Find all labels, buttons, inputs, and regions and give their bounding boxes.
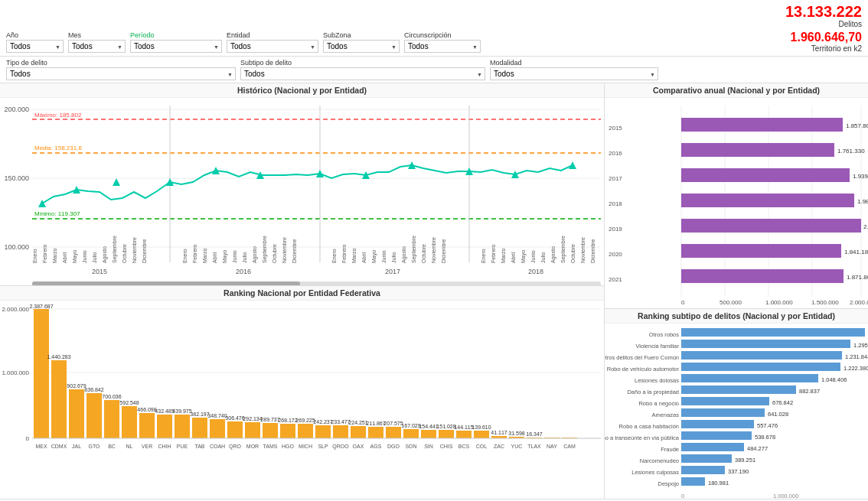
filter-subtipo-wrap[interactable]: Todos <box>240 67 485 80</box>
filter-entidad-wrap[interactable]: Todos <box>227 40 318 53</box>
svg-text:1.939.497: 1.939.497 <box>853 173 868 180</box>
filter-tipo-wrap[interactable]: Todos <box>6 67 236 80</box>
svg-text:Daño a la propiedad: Daño a la propiedad <box>627 389 679 395</box>
svg-text:VER: VER <box>142 444 152 449</box>
svg-text:Violencia familiar: Violencia familiar <box>635 343 679 350</box>
filter-modalidad-select[interactable]: Todos <box>490 67 658 80</box>
svg-text:2.000.000: 2.000.000 <box>2 306 29 313</box>
svg-text:Media: 158.231,6: Media: 158.231,6 <box>34 145 82 151</box>
svg-text:1.000.000: 1.000.000 <box>765 299 793 306</box>
svg-text:1.295.280: 1.295.280 <box>853 342 868 349</box>
svg-text:Septiembre: Septiembre <box>560 236 566 263</box>
filter-subzona-wrap[interactable]: Todos <box>323 40 400 53</box>
svg-text:2021: 2021 <box>609 276 622 283</box>
svg-text:Robo de vehículo automotor: Robo de vehículo automotor <box>607 366 680 372</box>
svg-text:Robo a transeúnte en vía públi: Robo a transeúnte en vía pública <box>605 434 680 441</box>
svg-text:NL: NL <box>126 444 133 449</box>
svg-text:Junio: Junio <box>232 250 237 263</box>
svg-text:BC: BC <box>108 444 116 449</box>
filter-entidad-select[interactable]: Todos <box>227 40 318 53</box>
right-panel: Comparativo anual (Nacional y por Entida… <box>605 83 868 499</box>
svg-text:1.857.804: 1.857.804 <box>846 122 868 129</box>
svg-text:1.841.188: 1.841.188 <box>844 249 868 255</box>
svg-text:GTO: GTO <box>88 444 100 449</box>
svg-text:538.678: 538.678 <box>755 434 775 441</box>
svg-text:676.842: 676.842 <box>772 399 793 406</box>
svg-rect-190 <box>681 118 843 132</box>
svg-text:CHIS: CHIS <box>440 444 453 449</box>
svg-text:557.476: 557.476 <box>757 422 778 429</box>
svg-text:1.500.000: 1.500.000 <box>811 299 839 306</box>
svg-text:Marzo: Marzo <box>52 249 57 264</box>
svg-rect-223 <box>681 374 818 382</box>
svg-text:592.548: 592.548 <box>119 400 139 405</box>
filter-circunscripcion: Circunscripción Todos <box>404 31 481 53</box>
svg-text:Mínimo: 119.307: Mínimo: 119.307 <box>34 210 80 217</box>
svg-text:MOR: MOR <box>246 444 259 449</box>
svg-text:150.000: 150.000 <box>4 174 29 182</box>
svg-rect-162 <box>474 431 489 438</box>
svg-text:Octubre: Octubre <box>272 244 277 263</box>
filter-periodo-select[interactable]: Todos <box>130 40 222 53</box>
svg-text:2019: 2019 <box>609 226 622 233</box>
ranking-nacional-chart: 2.000.000 1.000.000 0 2.387.687 MEX 1.44… <box>0 301 604 465</box>
historico-title: Histórico (Nacional y por Entidad) <box>0 83 604 98</box>
left-panel: Histórico (Nacional y por Entidad) 200.0… <box>0 83 605 499</box>
svg-text:SON: SON <box>405 444 416 449</box>
delitos-number: 13.133.222 <box>762 3 862 20</box>
svg-text:TLAX: TLAX <box>527 444 541 449</box>
filter-circunscripcion-select[interactable]: Todos <box>404 40 481 53</box>
filter-circunscripcion-wrap[interactable]: Todos <box>404 40 481 53</box>
svg-text:211.867: 211.867 <box>366 421 385 426</box>
svg-text:1.000.000: 1.000.000 <box>773 493 798 499</box>
svg-text:Agosto: Agosto <box>252 246 258 263</box>
svg-text:Lesiones dolosas: Lesiones dolosas <box>635 377 679 384</box>
filter-subtipo-label: Subtipo de delito <box>240 59 485 67</box>
svg-text:Otros robos: Otros robos <box>649 331 679 338</box>
svg-marker-30 <box>569 161 576 169</box>
svg-text:ZAC: ZAC <box>494 444 504 449</box>
svg-text:COAH: COAH <box>210 444 225 449</box>
svg-text:SIN: SIN <box>424 444 433 449</box>
svg-text:Abril: Abril <box>62 252 67 263</box>
svg-text:882.837: 882.837 <box>799 388 820 395</box>
filter-mes-wrap[interactable]: Todos <box>68 40 126 53</box>
svg-text:641.028: 641.028 <box>768 411 788 418</box>
filter-ano-select[interactable]: Todos <box>6 40 64 53</box>
svg-text:Marzo: Marzo <box>202 249 207 264</box>
ranking-subtipo-chart: Otros robos 1.407.712 Violencia familiar… <box>605 324 868 499</box>
filter-mes-select[interactable]: Todos <box>68 40 126 53</box>
svg-rect-117 <box>210 419 225 438</box>
svg-text:Agosto: Agosto <box>550 246 556 263</box>
svg-text:Narcomenudeo: Narcomenudeo <box>640 457 679 464</box>
svg-rect-196 <box>681 168 850 182</box>
svg-text:Marzo: Marzo <box>501 249 506 264</box>
filter-periodo: Período Todos <box>130 31 222 53</box>
svg-text:439.975: 439.975 <box>172 408 191 414</box>
filter-subtipo-select[interactable]: Todos <box>240 67 485 80</box>
svg-rect-87 <box>34 309 49 438</box>
svg-text:Noviembre: Noviembre <box>132 237 137 263</box>
filter-subzona-select[interactable]: Todos <box>323 40 400 53</box>
filter-modalidad-wrap[interactable]: Todos <box>490 67 658 80</box>
svg-text:382.197: 382.197 <box>190 412 209 417</box>
svg-text:292.134: 292.134 <box>243 416 262 421</box>
svg-text:100.000: 100.000 <box>4 243 29 251</box>
svg-text:Fraude: Fraude <box>661 446 679 453</box>
svg-text:Lesiones culposas: Lesiones culposas <box>631 469 679 476</box>
filter-mes: Mes Todos <box>68 31 126 53</box>
svg-text:Febrero: Febrero <box>341 245 347 264</box>
svg-text:Febrero: Febrero <box>42 245 47 264</box>
svg-marker-19 <box>38 200 46 207</box>
filter-ano-wrap[interactable]: Todos <box>6 40 64 53</box>
svg-rect-208 <box>681 269 844 283</box>
svg-text:484.277: 484.277 <box>747 445 768 452</box>
svg-text:Julio: Julio <box>92 252 97 264</box>
svg-text:Despojo: Despojo <box>658 480 679 487</box>
filter-subzona: SubZona Todos <box>323 31 400 53</box>
svg-text:2.000.000: 2.000.000 <box>850 299 868 306</box>
svg-text:Diciembre: Diciembre <box>590 239 596 264</box>
svg-text:OAX: OAX <box>353 444 364 449</box>
filter-periodo-wrap[interactable]: Todos <box>130 40 222 53</box>
filter-tipo-select[interactable]: Todos <box>6 67 236 80</box>
